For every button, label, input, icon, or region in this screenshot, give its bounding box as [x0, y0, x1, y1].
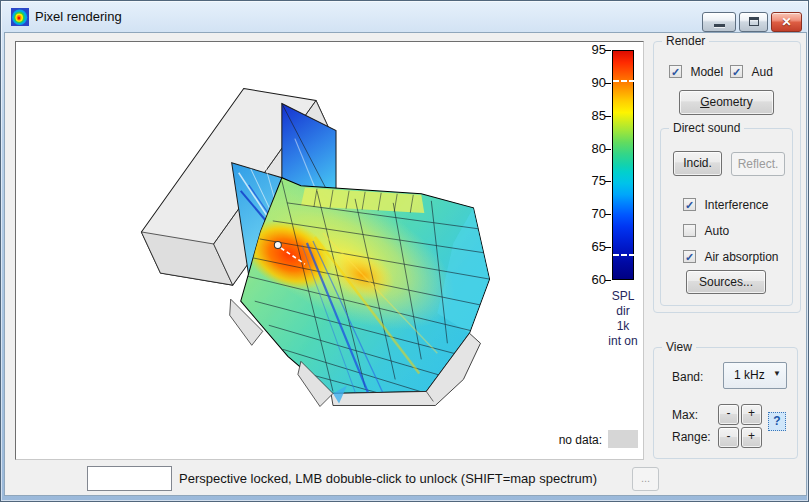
- aud-checkbox-label: Aud: [751, 65, 772, 79]
- colorbar-tick-label: 90: [572, 76, 606, 90]
- auto-checkbox-box[interactable]: [683, 224, 696, 237]
- direct-sound-group: Direct sound Incid. Reflect. ✓ Interfere…: [660, 128, 793, 306]
- interference-checkbox-label: Interference: [704, 198, 768, 212]
- view-group: View Band: 1 kHz ▼ Max: - + Range: - + ?: [653, 347, 798, 459]
- band-label: Band:: [672, 370, 703, 384]
- render-canvas[interactable]: 95 90 85 80 75 70 65 60 SPL dir 1k int o…: [15, 41, 644, 460]
- status-input[interactable]: [87, 466, 172, 491]
- incid-button[interactable]: Incid.: [673, 151, 722, 176]
- maximize-button[interactable]: [739, 12, 768, 32]
- no-data-swatch: [608, 430, 638, 448]
- colorbar-range-marker: [613, 254, 635, 256]
- titlebar[interactable]: Pixel rendering ✕: [1, 1, 808, 33]
- colorbar-tick-label: 65: [572, 240, 606, 254]
- air-absorption-checkbox[interactable]: ✓ Air absorption: [683, 247, 779, 261]
- help-button[interactable]: ?: [768, 412, 786, 431]
- more-button[interactable]: ...: [632, 467, 659, 491]
- air-absorption-checkbox-label: Air absorption: [704, 250, 778, 264]
- colorbar-tick-label: 60: [572, 273, 606, 287]
- reflect-button[interactable]: Reflect.: [731, 152, 785, 176]
- range-plus-button[interactable]: +: [741, 427, 762, 448]
- render-group-title: Render: [662, 34, 709, 48]
- close-icon: ✕: [781, 15, 791, 29]
- pixel-rendering-window: Pixel rendering ✕: [0, 0, 809, 502]
- band-value: 1 kHz: [734, 368, 765, 382]
- geometry-button[interactable]: Geometry: [679, 90, 774, 115]
- spl-colorbar: [612, 50, 634, 280]
- colorbar-tick-label: 80: [572, 142, 606, 156]
- auto-checkbox[interactable]: Auto: [683, 221, 729, 235]
- max-minus-button[interactable]: -: [718, 404, 739, 425]
- range-minus-button[interactable]: -: [718, 427, 739, 448]
- model-checkbox[interactable]: ✓ Model: [669, 62, 723, 76]
- acoustic-model-3d: [16, 42, 643, 459]
- aud-checkbox-box[interactable]: ✓: [730, 65, 743, 78]
- interference-checkbox[interactable]: ✓ Interference: [683, 195, 769, 209]
- render-group: Render ✓ Model ✓ Aud Geometry Direct sou…: [653, 41, 801, 313]
- air-absorption-checkbox-box[interactable]: ✓: [683, 250, 696, 263]
- max-label: Max:: [672, 408, 698, 422]
- colorbar-tick-label: 85: [572, 109, 606, 123]
- colorbar-max-marker: [613, 80, 635, 82]
- chevron-down-icon: ▼: [773, 369, 781, 378]
- status-message: Perspective locked, LMB dobuble-click to…: [179, 471, 597, 486]
- model-checkbox-box[interactable]: ✓: [669, 65, 682, 78]
- colorbar-tick-label: 95: [572, 43, 606, 57]
- window-title: Pixel rendering: [35, 9, 122, 24]
- minimize-button[interactable]: [702, 12, 736, 32]
- maximize-icon: [749, 17, 759, 26]
- colorbar-caption: SPL dir 1k int on: [594, 289, 652, 349]
- model-checkbox-label: Model: [690, 65, 723, 79]
- interference-checkbox-box[interactable]: ✓: [683, 198, 696, 211]
- app-icon: [11, 8, 29, 26]
- direct-sound-group-title: Direct sound: [669, 121, 744, 135]
- close-button[interactable]: ✕: [771, 12, 802, 32]
- range-label: Range:: [672, 430, 711, 444]
- sources-button[interactable]: Sources...: [686, 270, 766, 294]
- client-area: 95 90 85 80 75 70 65 60 SPL dir 1k int o…: [5, 33, 806, 495]
- aud-checkbox[interactable]: ✓ Aud: [730, 62, 773, 76]
- colorbar-tick-label: 70: [572, 207, 606, 221]
- auto-checkbox-label: Auto: [704, 224, 729, 238]
- minimize-icon: [714, 24, 725, 27]
- no-data-label: no data:: [514, 433, 602, 447]
- max-plus-button[interactable]: +: [741, 404, 762, 425]
- view-group-title: View: [662, 340, 696, 354]
- band-dropdown[interactable]: 1 kHz ▼: [723, 362, 787, 389]
- colorbar-tick-label: 75: [572, 174, 606, 188]
